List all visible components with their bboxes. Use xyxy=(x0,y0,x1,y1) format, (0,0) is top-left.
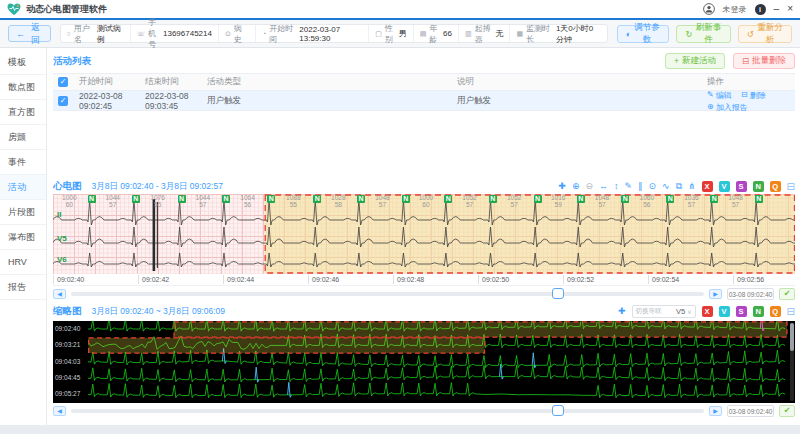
zoom-in-icon[interactable]: ⊕ xyxy=(572,181,580,192)
user-avatar-icon[interactable] xyxy=(703,3,715,15)
sidebar-item-afib[interactable]: 房颤 xyxy=(0,125,46,150)
caliper-icon[interactable]: ∥ xyxy=(638,181,643,192)
trash-icon[interactable]: ⊟ xyxy=(787,306,795,317)
beat-badge-q[interactable]: Q xyxy=(770,181,781,192)
field-value: 男 xyxy=(399,28,407,39)
col-description: 说明 xyxy=(457,76,707,88)
ecg-title: 心电图 xyxy=(53,180,82,193)
new-activity-button[interactable]: +新建活动 xyxy=(665,53,725,69)
thumbnail-jump-time-input[interactable] xyxy=(727,405,774,417)
reanalyze-button[interactable]: ↺重新分析 xyxy=(738,25,792,43)
pacemaker-icon: ▥ xyxy=(465,30,472,38)
patient-fields: ○用户名测试病例 ☏手机号13696745214 ⊙病史 ◔开始时间2022-0… xyxy=(60,24,608,43)
patient-actions: ◐调节参数 ↻刷新事件 ↺重新分析 xyxy=(617,25,792,43)
minimize-button[interactable]: – xyxy=(774,4,780,14)
button-label: 新建活动 xyxy=(682,55,716,67)
sidebar-item-activity[interactable]: 活动 xyxy=(0,175,46,200)
time-tick: 09:02:48 xyxy=(393,275,424,284)
ecg-scroll-row: ◀ ▶ ✔ xyxy=(53,287,795,301)
button-label: 批量删除 xyxy=(752,55,786,67)
thumbnail-scroll-right-button[interactable]: ▶ xyxy=(709,406,722,416)
back-button[interactable]: ← 返回 xyxy=(8,25,51,42)
ecg-jump-confirm-button[interactable]: ✔ xyxy=(779,288,795,300)
thumb-row-time: 09:05:27 xyxy=(55,390,80,397)
bottom-strip xyxy=(0,425,800,434)
thumbnail-jump-confirm-button[interactable]: ✔ xyxy=(779,405,795,417)
table-header: ✓ 开始时间 结束时间 活动类型 说明 操作 xyxy=(53,73,795,91)
wave-icon[interactable]: ∿ xyxy=(662,181,670,192)
sidebar-item-template[interactable]: 模板 xyxy=(0,50,46,75)
row-checkbox[interactable]: ✓ xyxy=(58,96,68,106)
ecg-time-range: 3月8日 09:02:40 - 3月8日 09:02:57 xyxy=(92,181,223,193)
thumbnail-toolbar: ✚ 切换导联 V5 ∨ X V S N Q ⊟ xyxy=(618,305,795,318)
lead-select-value: V5 xyxy=(676,307,685,316)
button-label: 重新分析 xyxy=(757,22,783,46)
cell-start-time: 2022-03-08 09:02:45 xyxy=(79,91,145,111)
ecg-slider-handle[interactable] xyxy=(552,288,564,299)
close-button[interactable]: × xyxy=(787,4,793,14)
v-scale-icon[interactable]: ↕ xyxy=(614,181,619,192)
sidebar-item-hrv[interactable]: HRV xyxy=(0,250,46,275)
thumbnail-scroll-left-button[interactable]: ◀ xyxy=(53,406,66,416)
thumbnail-time-range: 3月8日 09:02:40 ~ 3月8日 09:06:09 xyxy=(92,306,226,318)
info-icon[interactable]: i xyxy=(755,4,766,15)
thumbnail-scrollbar[interactable] xyxy=(790,323,794,401)
branch-icon[interactable]: ⋔ xyxy=(688,181,696,192)
ecg-strip[interactable]: 100060N104457N107655N104457N106456N10885… xyxy=(53,194,795,274)
select-all-checkbox[interactable]: ✓ xyxy=(58,77,68,87)
beat-badge-v[interactable]: V xyxy=(719,181,730,192)
sidebar-item-scatter[interactable]: 散点图 xyxy=(0,75,46,100)
content-area: 活动列表 +新建活动 ⊟批量删除 ✓ 开始时间 结束时间 活动类型 说明 操作 … xyxy=(47,48,800,434)
sidebar-item-events[interactable]: 事件 xyxy=(0,150,46,175)
thumbnail-slider-track[interactable] xyxy=(71,409,704,413)
thumbnail-slider-handle[interactable] xyxy=(552,405,564,416)
ecg-slider-track[interactable] xyxy=(71,292,704,296)
ecg-jump-time-input[interactable] xyxy=(727,288,774,300)
expand-icon[interactable]: ✚ xyxy=(558,181,566,192)
edit-action[interactable]: ✎编辑 xyxy=(707,90,732,101)
patient-field-phone: ☏手机号13696745214 xyxy=(131,25,219,42)
expand-icon[interactable]: ✚ xyxy=(618,306,626,317)
login-status[interactable]: 未登录 xyxy=(723,4,747,15)
beat-badge-s[interactable]: S xyxy=(736,306,747,317)
beat-badge-x[interactable]: X xyxy=(702,181,713,192)
time-tick: 09:02:50 xyxy=(478,275,509,284)
ecg-scroll-right-button[interactable]: ▶ xyxy=(709,289,722,299)
pencil-icon[interactable]: ✎ xyxy=(624,181,632,192)
beat-search-icon[interactable]: ⊙ xyxy=(649,181,657,192)
lead-select[interactable]: 切换导联 V5 ∨ xyxy=(632,305,696,318)
sidebar-item-histogram[interactable]: 直方图 xyxy=(0,100,46,125)
field-label: 监测时长 xyxy=(526,23,553,45)
copy-icon[interactable]: ⧉ xyxy=(676,181,682,192)
add-to-report-action[interactable]: ⊕加入报告 xyxy=(707,102,748,113)
beat-badge-n[interactable]: N xyxy=(753,306,764,317)
field-value: 2022-03-07 13:59:30 xyxy=(299,25,362,43)
patient-field-username: ○用户名测试病例 xyxy=(61,25,131,42)
beat-badge-x[interactable]: X xyxy=(702,306,713,317)
ecg-scroll-left-button[interactable]: ◀ xyxy=(53,289,66,299)
thumbnail-scrollbar-thumb[interactable] xyxy=(790,323,794,351)
delete-action[interactable]: ⊟删除 xyxy=(741,90,766,101)
batch-delete-button[interactable]: ⊟批量删除 xyxy=(733,53,795,69)
adjust-params-button[interactable]: ◐调节参数 xyxy=(617,25,670,43)
patient-field-duration: ▦监测时长1天0小时0分钟 xyxy=(510,25,606,42)
sidebar-item-waterfall[interactable]: 瀑布图 xyxy=(0,225,46,250)
h-scale-icon[interactable]: ↔ xyxy=(599,181,608,192)
beat-badge-n[interactable]: N xyxy=(753,181,764,192)
sidebar-item-segments[interactable]: 片段图 xyxy=(0,200,46,225)
thumbnail-header: 缩略图 3月8日 09:02:40 ~ 3月8日 09:06:09 ✚ 切换导联… xyxy=(53,304,795,319)
table-row[interactable]: ✓ 2022-03-08 09:02:45 2022-03-08 09:03:4… xyxy=(53,91,795,111)
beat-badge-s[interactable]: S xyxy=(736,181,747,192)
sidebar-item-report[interactable]: 报告 xyxy=(0,275,46,300)
zoom-out-icon[interactable]: ⊖ xyxy=(585,181,593,192)
thumbnail-strip[interactable]: 09:02:40 09:03:21 09:04:03 09:04:45 09:0… xyxy=(53,321,795,403)
beat-badge-q[interactable]: Q xyxy=(770,306,781,317)
beat-badge-v[interactable]: V xyxy=(719,306,730,317)
cell-end-time: 2022-03-08 09:03:45 xyxy=(145,91,207,111)
trash-icon[interactable]: ⊟ xyxy=(787,181,795,192)
field-label: 用户名 xyxy=(74,23,94,45)
refresh-events-button[interactable]: ↻刷新事件 xyxy=(676,25,730,43)
thumbnail-waveform xyxy=(88,321,788,403)
age-icon: ▤ xyxy=(420,30,427,38)
app-logo-icon xyxy=(7,3,21,16)
